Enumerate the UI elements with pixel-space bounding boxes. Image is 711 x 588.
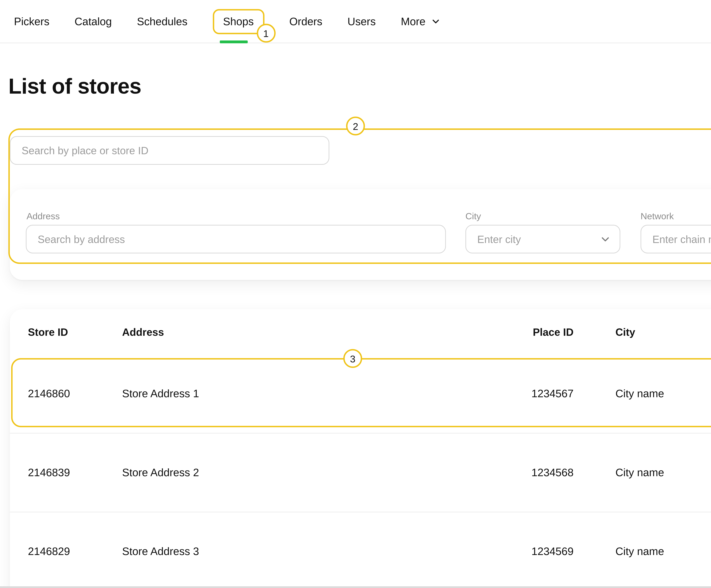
nav-item-shops[interactable]: Shops bbox=[213, 9, 264, 34]
nav-item-catalog[interactable]: Catalog bbox=[74, 15, 112, 27]
city-filter-placeholder: Enter city bbox=[477, 233, 521, 245]
address-filter-input[interactable] bbox=[26, 225, 446, 253]
annotation-badge-3: 3 bbox=[343, 349, 362, 368]
active-tab-underline bbox=[219, 41, 247, 43]
nav-item-pickers[interactable]: Pickers bbox=[14, 15, 49, 27]
store-search-input[interactable] bbox=[10, 136, 329, 165]
nav-item-more[interactable]: More bbox=[401, 15, 441, 27]
cell-address: Store Address 1 bbox=[122, 387, 514, 400]
cell-address: Store Address 2 bbox=[122, 466, 514, 479]
chevron-down-icon bbox=[430, 16, 441, 27]
window-bottom-edge bbox=[0, 586, 711, 588]
page-title: List of stores bbox=[8, 74, 141, 99]
col-header-place-id: Place ID bbox=[514, 326, 574, 337]
network-filter-label: Network bbox=[641, 211, 674, 222]
filters-panel: Address City Enter city Network Enter ch… bbox=[10, 189, 711, 280]
main-nav: Pickers Catalog Schedules Shops 1 Orders… bbox=[14, 0, 441, 43]
col-header-store-id: Store ID bbox=[28, 326, 122, 337]
table-row[interactable]: 2146829 Store Address 3 1234569 City nam… bbox=[10, 512, 711, 588]
app-window: Pickers Catalog Schedules Shops 1 Orders… bbox=[0, 0, 711, 588]
col-header-city: City bbox=[574, 326, 711, 337]
cell-city: City name bbox=[574, 387, 711, 400]
cell-place-id: 1234569 bbox=[514, 545, 574, 558]
table-row[interactable]: 2146839 Store Address 2 1234568 City nam… bbox=[10, 433, 711, 511]
col-header-address: Address bbox=[122, 326, 514, 337]
address-filter-label: Address bbox=[26, 211, 60, 222]
nav-item-shops-wrap: Shops 1 bbox=[213, 0, 264, 43]
cell-address: Store Address 3 bbox=[122, 545, 514, 558]
cell-store-id: 2146860 bbox=[28, 387, 122, 400]
nav-item-orders[interactable]: Orders bbox=[289, 15, 322, 27]
cell-store-id: 2146829 bbox=[28, 545, 122, 558]
cell-store-id: 2146839 bbox=[28, 466, 122, 479]
cell-city: City name bbox=[574, 545, 711, 558]
nav-item-users[interactable]: Users bbox=[347, 15, 376, 27]
nav-item-schedules[interactable]: Schedules bbox=[137, 15, 188, 27]
cell-place-id: 1234567 bbox=[514, 387, 574, 400]
nav-more-label: More bbox=[401, 15, 426, 27]
city-filter-label: City bbox=[466, 211, 481, 222]
table-header-row: Store ID Address Place ID City Network S… bbox=[10, 309, 711, 354]
cell-city: City name bbox=[574, 466, 711, 479]
chevron-down-icon bbox=[599, 233, 611, 245]
table-row[interactable]: 2146860 Store Address 1 1234567 City nam… bbox=[10, 354, 711, 433]
network-filter-placeholder: Enter chain name bbox=[652, 233, 711, 245]
stores-table: Store ID Address Place ID City Network S… bbox=[10, 309, 711, 588]
cell-place-id: 1234568 bbox=[514, 466, 574, 479]
annotation-badge-1: 1 bbox=[257, 24, 275, 43]
top-bar: Pickers Catalog Schedules Shops 1 Orders… bbox=[0, 0, 711, 43]
city-filter-select[interactable]: Enter city bbox=[466, 225, 620, 253]
annotation-badge-2: 2 bbox=[346, 117, 365, 135]
network-filter-select[interactable]: Enter chain name bbox=[641, 225, 711, 253]
